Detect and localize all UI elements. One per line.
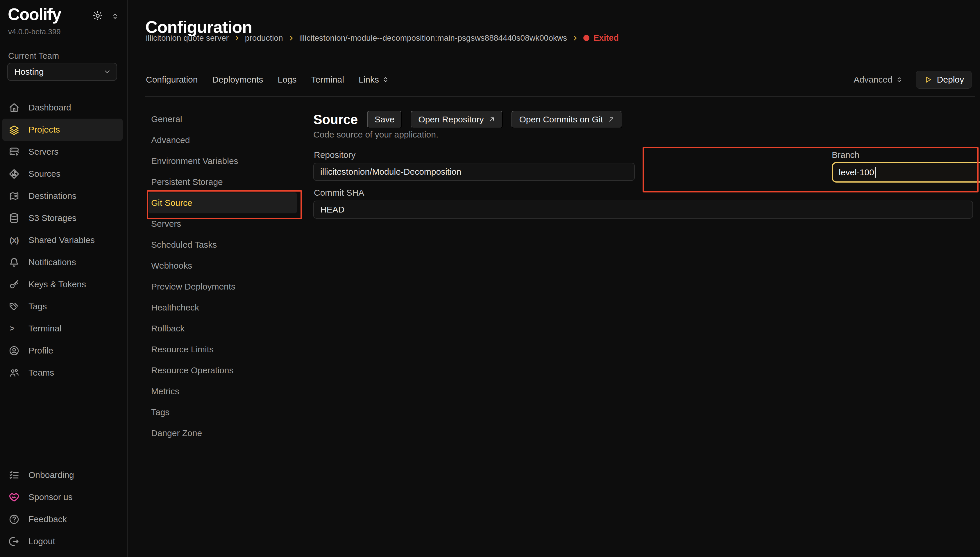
subnav-item-rollback[interactable]: Rollback [148,318,297,339]
subnav-item-danger-zone[interactable]: Danger Zone [148,423,297,444]
git-source-icon [9,169,20,179]
git-source-panel: Source Save Open Repository Open Commits… [313,0,973,557]
subnav-item-advanced[interactable]: Advanced [148,130,297,151]
team-select-value: Hosting [14,67,44,77]
variables-icon: (x) [9,236,20,245]
subnav-item-metrics[interactable]: Metrics [148,381,297,402]
bell-icon [9,257,20,268]
sidebar-item-keys-tokens[interactable]: Keys & Tokens [2,273,123,295]
open-commits-button[interactable]: Open Commits on Git [512,111,622,128]
sidebar-item-terminal[interactable]: >_ Terminal [2,318,123,340]
checklist-icon [9,470,20,480]
sidebar-item-s3-storages[interactable]: S3 Storages [2,207,123,229]
sidebar-nav: Dashboard Projects Servers Sources Desti… [2,96,123,384]
sidebar-item-teams[interactable]: Teams [2,362,123,384]
tab-configuration[interactable]: Configuration [146,75,198,85]
sun-icon [93,10,103,21]
external-link-icon [608,116,615,123]
subnav-item-git-source[interactable]: Git Source [148,192,297,213]
save-button[interactable]: Save [367,111,402,128]
layers-icon [9,124,20,135]
subnav-item-resource-limits[interactable]: Resource Limits [148,339,297,360]
sidebar-item-sources[interactable]: Sources [2,163,123,185]
source-header: Source Save Open Repository Open Commits… [313,111,622,129]
sidebar-item-shared-variables[interactable]: (x) Shared Variables [2,229,123,251]
heart-icon [9,492,20,503]
subnav-item-scheduled-tasks[interactable]: Scheduled Tasks [148,234,297,255]
server-icon [9,147,20,157]
terminal-icon: >_ [9,324,20,333]
section-description: Code source of your application. [313,130,438,140]
subnav-item-healthcheck[interactable]: Healthcheck [148,297,297,318]
sidebar-footer-nav: Onboarding Sponsor us Feedback Logout [2,464,123,552]
app-version: v4.0.0-beta.399 [8,27,61,36]
sidebar-item-notifications[interactable]: Notifications [2,251,123,273]
subnav-item-general[interactable]: General [148,109,297,130]
sidebar-item-logout[interactable]: Logout [2,530,123,552]
logout-icon [9,536,20,547]
config-subnav: General Advanced Environment Variables P… [148,109,297,444]
sidebar-item-dashboard[interactable]: Dashboard [2,96,123,119]
branch-input-value: level-100 [839,168,874,178]
sidebar-item-destinations[interactable]: Destinations [2,185,123,207]
text-cursor [875,167,876,178]
breadcrumb-environment[interactable]: production [245,33,283,43]
subnav-item-persistent-storage[interactable]: Persistent Storage [148,171,297,192]
sidebar-item-tags[interactable]: Tags [2,295,123,318]
open-repository-button[interactable]: Open Repository [411,111,503,128]
current-team-label: Current Team [8,51,59,61]
section-title: Source [313,112,358,127]
repository-label: Repository [314,150,356,160]
sidebar-item-projects[interactable]: Projects [2,119,123,141]
coolify-app: Coolify v4.0.0-beta.399 Current Team Hos… [0,0,980,557]
sidebar-item-servers[interactable]: Servers [2,141,123,163]
app-logo: Coolify [8,5,61,24]
subnav-item-tags[interactable]: Tags [148,402,297,423]
chevron-down-icon [103,68,111,76]
sidebar-item-sponsor-us[interactable]: Sponsor us [2,486,123,508]
help-icon [9,514,20,525]
tab-deployments[interactable]: Deployments [212,75,263,85]
subnav-item-webhooks[interactable]: Webhooks [148,255,297,276]
breadcrumb-project[interactable]: illicitonion quote server [146,33,229,43]
repository-input[interactable] [313,163,635,181]
commit-sha-label: Commit SHA [314,188,364,198]
subnav-item-preview-deployments[interactable]: Preview Deployments [148,276,297,297]
home-icon [9,102,20,113]
chevron-right-icon [234,35,240,41]
main-area: Configuration illicitonion quote server … [128,0,980,557]
external-link-icon [488,116,495,123]
map-icon [9,191,20,202]
commit-sha-input[interactable] [313,200,973,218]
branch-label: Branch [832,150,860,160]
user-icon [9,345,20,356]
key-icon [9,279,20,290]
tags-icon [9,301,20,312]
sidebar-collapse-button[interactable] [111,12,119,20]
sidebar-item-profile[interactable]: Profile [2,340,123,362]
chevron-right-icon [288,35,294,41]
sidebar: Coolify v4.0.0-beta.399 Current Team Hos… [0,0,128,557]
team-select[interactable]: Hosting [7,63,117,81]
sidebar-item-feedback[interactable]: Feedback [2,508,123,530]
theme-toggle-button[interactable] [93,10,103,21]
subnav-item-environment-variables[interactable]: Environment Variables [148,151,297,171]
branch-input[interactable]: level-100 [832,162,980,182]
database-icon [9,213,20,223]
chevron-up-down-icon [111,12,119,20]
subnav-item-servers[interactable]: Servers [148,213,297,234]
users-icon [9,368,20,378]
subnav-item-resource-operations[interactable]: Resource Operations [148,360,297,381]
sidebar-item-onboarding[interactable]: Onboarding [2,464,123,486]
tab-logs[interactable]: Logs [278,75,297,85]
